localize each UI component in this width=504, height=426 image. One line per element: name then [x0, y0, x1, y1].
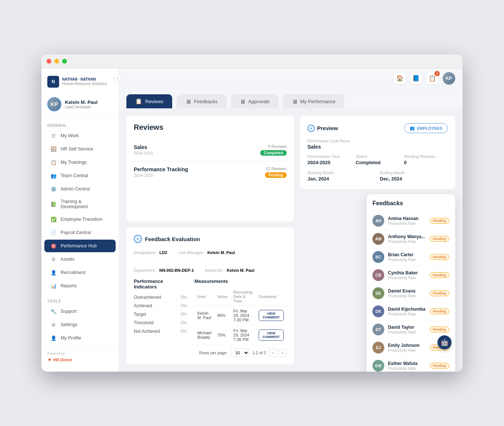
sidebar-item-recruitment[interactable]: 👤 Recruitment [44, 266, 116, 279]
sidebar-item-reports[interactable]: 📊 Reports [44, 280, 116, 292]
eval-line-manager: Line Manager: Kelvin M. Paul [178, 249, 235, 256]
recruitment-icon: 👤 [50, 269, 57, 276]
powered-label: Powered by [47, 352, 113, 355]
reviews-title: Reviews [134, 123, 287, 132]
sidebar-item-label: Recruitment [61, 270, 85, 275]
sidebar-item-label: Training & Development [61, 199, 110, 209]
feedback-status: Pending [430, 290, 450, 296]
preview-icon: ● [307, 125, 315, 132]
sidebar-item-label: My Trainings [61, 160, 87, 165]
my-work-icon: ☰ [50, 132, 57, 139]
sidebar-item-my-trainings[interactable]: 📋 My Trainings [44, 156, 116, 169]
feedback-item: CB Cynthia Baker Productivity Rate Pendi… [372, 266, 449, 284]
measurements-table: User Value Recording Date & Time ↑ Comme… [194, 288, 287, 345]
feedback-avatar: AH [372, 215, 384, 227]
sidebar-item-support[interactable]: 🔧 Support [44, 305, 116, 318]
view-comment-button[interactable]: VIEW COMMENT [259, 310, 284, 321]
feedback-item: AW Anthony Wanya... Productivity Rate Pe… [372, 230, 449, 248]
feedback-sub: Productivity Rate [388, 348, 426, 352]
prev-page-button[interactable]: ‹ [269, 349, 277, 357]
sidebar-toggle[interactable]: ‹ [114, 74, 121, 82]
tab-reviews[interactable]: 📋 Reviews [126, 94, 172, 108]
top-user-avatar[interactable]: KP [443, 72, 455, 85]
sidebar-item-payroll-central[interactable]: 📄 Payroll Central [44, 226, 116, 239]
pending-reviews-label: Pending Reviews [404, 154, 448, 159]
feedback-name: Esther Wafula [388, 361, 426, 367]
feedback-sub: Productivity Rate [388, 294, 426, 298]
eval-two-col: Performance Indicators Overachieved 0% A… [134, 278, 287, 357]
table-row: Kelvin M. Paul 80% Fri. Mar 29, 20247:30… [194, 306, 287, 325]
sidebar-footer: Powered by ✦ HR Direct [41, 347, 119, 367]
tab-label: Reviews [145, 99, 163, 104]
status-badge: Pending [265, 172, 287, 178]
pi-label: Threshold [134, 320, 153, 325]
view-comment-button[interactable]: VIEW COMMENT [259, 329, 284, 341]
feedbacks-title: Feedbacks [372, 200, 449, 207]
sidebar-item-label: Assets [61, 257, 75, 262]
sidebar-item-settings[interactable]: ⚙ Settings [44, 318, 116, 331]
sidebar-item-employee-transition[interactable]: ✅ Employee Transition [44, 213, 116, 226]
close-button[interactable] [47, 59, 51, 64]
cell-value: 70% [214, 325, 230, 345]
eval-department: Department: NN-002-BN-DEP-1 [134, 267, 194, 273]
rows-select[interactable]: 10 25 50 [231, 349, 249, 357]
minimize-button[interactable] [54, 59, 59, 64]
chatbot-button[interactable]: 🤖 [437, 335, 452, 349]
sidebar-item-team-central[interactable]: 👥 Team Central [44, 169, 116, 182]
employees-button[interactable]: 👥 EMPLOYEES [404, 123, 448, 133]
sidebar-item-label: Employee Transition [61, 217, 102, 222]
sidebar-item-my-work[interactable]: ☰ My Work [44, 129, 116, 142]
notifications-button[interactable]: 📋 3 [426, 72, 438, 84]
preview-panel: ● Preview 👥 EMPLOYEES Performance Cycle … [300, 116, 455, 189]
pending-reviews-value: 0 [404, 160, 448, 165]
pi-label: Target [134, 312, 146, 317]
sidebar-item-training-development[interactable]: 📗 Training & Development [44, 196, 116, 212]
pi-value: 0% [181, 320, 187, 325]
sidebar-item-my-profile[interactable]: 👤 My Profile [44, 332, 116, 344]
sidebar-item-admin-central[interactable]: ⚙️ Admin Central [44, 183, 116, 195]
pi-label: Overachieved [134, 295, 161, 300]
year-label: Performance Year [307, 154, 351, 159]
logo-icon: N [47, 76, 59, 88]
assets-icon: ⚙ [50, 256, 57, 263]
user-role: Lead Developer [65, 105, 98, 109]
eval-title: Feedback Evaluation [145, 236, 200, 242]
sidebar-item-label: Payroll Central [61, 230, 91, 235]
feedback-name: Cynthia Baker [388, 270, 426, 276]
rows-per-page-label: Rows per page: [199, 351, 228, 355]
review-name: Sales [134, 144, 153, 150]
home-button[interactable]: 🏠 [394, 72, 406, 84]
cell-action[interactable]: VIEW COMMENT [256, 325, 287, 345]
feedback-avatar: BC [372, 251, 384, 263]
feedback-item: BC Brian Carter Productivity Rate Pendin… [372, 248, 449, 266]
table-row: Michael Braddy 70% Fri. Mar 29, 20247:30… [194, 325, 287, 345]
sidebar-item-label: Performance Hub [61, 243, 97, 248]
tab-approvals[interactable]: 🖥 Approvals [231, 94, 279, 108]
eval-right: Measurements User Value Recording Date &… [194, 278, 287, 357]
sidebar-item-assets[interactable]: ⚙ Assets [44, 253, 116, 266]
brand-name: HR Direct [53, 358, 72, 362]
feedback-avatar: DK [372, 305, 384, 317]
tab-label: Approvals [248, 99, 270, 104]
reviews-panel: Reviews Sales 2024-2025 9 Reviews Comple… [126, 116, 294, 222]
tab-my-performance[interactable]: 🖥 My Performance [283, 94, 344, 108]
review-count: 9 Reviews [260, 144, 287, 149]
sidebar-item-label: Admin Central [61, 186, 90, 192]
sidebar-item-performance-hub[interactable]: 🎯 Performance Hub [44, 240, 116, 252]
my-trainings-icon: 📋 [50, 159, 57, 166]
tab-feedbacks[interactable]: 🖥 Feedbacks [177, 94, 227, 108]
next-page-button[interactable]: › [279, 349, 287, 357]
performance-hub-icon: 🎯 [50, 243, 57, 249]
feedback-name: David Taylor [388, 325, 426, 331]
cell-action[interactable]: VIEW COMMENT [256, 306, 287, 325]
feedback-sub: Productivity Rate [388, 222, 426, 226]
eval-icon: ● [134, 235, 142, 243]
support-icon: 🔧 [50, 308, 57, 315]
sidebar-item-hr-self-service[interactable]: 🪟 HR Self Service [44, 143, 116, 155]
feedback-avatar: DE [372, 287, 384, 299]
payroll-central-icon: 📄 [50, 229, 57, 236]
cell-datetime: Fri. Mar 29, 20247:30 PM [231, 325, 256, 345]
book-button[interactable]: 📘 [410, 72, 422, 84]
maximize-button[interactable] [62, 59, 67, 64]
meas-title: Measurements [194, 278, 287, 284]
